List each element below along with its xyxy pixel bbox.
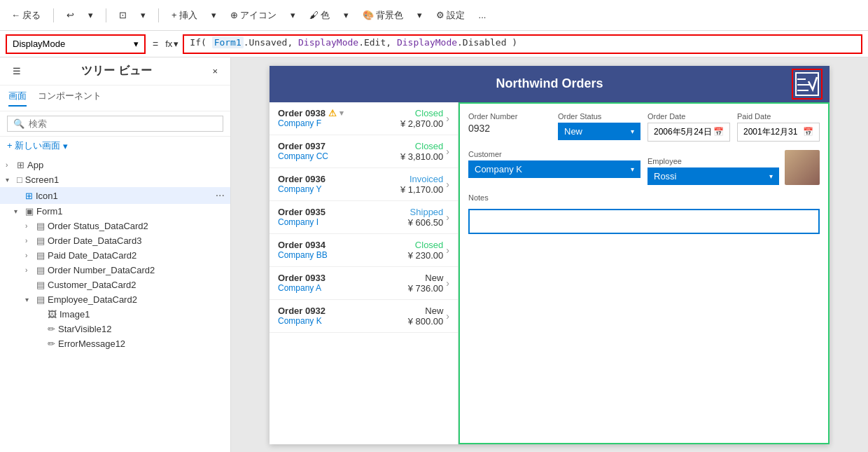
star-icon: ✏: [48, 324, 55, 334]
datacard-icon: ▤: [36, 280, 45, 290]
order-amount: ¥ 606.50: [408, 217, 444, 228]
tree-item-screen1[interactable]: ▾ □ Screen1: [0, 172, 230, 187]
tree-item-image1[interactable]: 🖼 Image1: [0, 307, 230, 322]
tree-area: › ⊞ App ▾ □ Screen1 ⊞ Icon1 ··· ▾ ▣ Form…: [0, 155, 230, 452]
tree-item-app[interactable]: › ⊞ App: [0, 158, 230, 172]
order-item-0937[interactable]: Order 0937 Company CC Closed ¥ 3,810.00 …: [270, 135, 458, 168]
tree-item-label: Form1: [36, 206, 225, 217]
separator-2: [106, 8, 106, 22]
copy-button[interactable]: ⊡: [115, 7, 131, 23]
sidebar-close-button[interactable]: ×: [208, 63, 222, 79]
order-company: Company I: [278, 217, 405, 227]
calendar-icon: 📅: [803, 127, 813, 137]
tree-item-icon1[interactable]: ⊞ Icon1 ···: [0, 187, 230, 204]
tree-item-label: Screen1: [25, 174, 225, 185]
employee-avatar: [785, 150, 820, 185]
order-item-0936[interactable]: Order 0936 Company Y Invoiced ¥ 1,170.00…: [270, 168, 458, 201]
search-icon: 🔍: [13, 118, 24, 129]
order-item-0938[interactable]: Order 0938 ⚠ ▾ Company F Closed ¥ 2,870.…: [270, 102, 458, 135]
header-icon-button[interactable]: [792, 69, 822, 100]
app-body: Order 0938 ⚠ ▾ Company F Closed ¥ 2,870.…: [270, 102, 830, 444]
order-status-select[interactable]: New ▾: [558, 123, 640, 140]
sidebar-tabs: 画面 コンポーネント: [0, 85, 230, 111]
calendar-icon: 📅: [713, 127, 724, 137]
tab-component[interactable]: コンポーネント: [38, 90, 102, 107]
tree-item-order-date[interactable]: › ▤ Order Date_DataCard3: [0, 233, 230, 248]
bg-color-button[interactable]: 🎨 背景色: [358, 6, 407, 25]
search-box: 🔍: [7, 116, 223, 132]
new-screen-button[interactable]: + 新しい画面 ▾: [0, 137, 230, 155]
tree-item-star12[interactable]: ✏ StarVisible12: [0, 322, 230, 336]
order-date-input[interactable]: 2006年5月24日 📅: [648, 123, 730, 142]
tree-item-order-status[interactable]: › ▤ Order Status_DataCard2: [0, 219, 230, 233]
tree-item-label: Paid Date_DataCard2: [48, 250, 225, 261]
app-preview: Northwind Orders: [270, 66, 830, 444]
datacard-icon: ▤: [36, 265, 45, 275]
undo-dropdown-button[interactable]: ▾: [84, 7, 97, 23]
checkmark-svg: [794, 71, 820, 97]
color-button[interactable]: 🖌 色: [305, 6, 334, 25]
select-chevron-icon: ▾: [769, 172, 773, 180]
field-order-status: Order Status New ▾: [558, 112, 640, 142]
order-amount: ¥ 800.00: [408, 316, 444, 327]
tree-item-order-number[interactable]: › ▤ Order Number_DataCard2: [0, 263, 230, 278]
field-customer: Customer Company K ▾: [468, 150, 640, 185]
bg-color-dropdown-button[interactable]: ▾: [413, 7, 426, 23]
order-item-0935[interactable]: Order 0935 Company I Shipped ¥ 606.50 ›: [270, 201, 458, 234]
color-dropdown-button[interactable]: ▾: [340, 7, 353, 23]
order-item-0934[interactable]: Order 0934 Company BB Closed ¥ 230.00 ›: [270, 234, 458, 267]
tree-item-paid-date[interactable]: › ▤ Paid Date_DataCard2: [0, 248, 230, 263]
chevron-icon: ›: [6, 161, 14, 169]
order-amount: ¥ 2,870.00: [400, 118, 443, 129]
paid-date-input[interactable]: 2001年12月31 📅: [737, 123, 820, 142]
icon-button[interactable]: ⊕ アイコン: [226, 6, 281, 25]
sidebar-header: ☰ ツリー ビュー ×: [0, 57, 230, 85]
formula-selector[interactable]: DisplayMode ▾: [6, 34, 146, 54]
back-button[interactable]: ← 戻る: [7, 6, 45, 25]
tree-item-error12[interactable]: ✏ ErrorMessage12: [0, 336, 230, 351]
employee-select[interactable]: Rossi ▾: [648, 167, 779, 185]
tree-item-form1[interactable]: ▾ ▣ Form1: [0, 204, 230, 219]
chevron-icon: ›: [25, 237, 34, 245]
order-item-0932[interactable]: Order 0932 Company K New ¥ 800.00 ›: [270, 300, 458, 333]
customer-label: Customer: [468, 150, 640, 158]
tree-item-customer[interactable]: ▤ Customer_DataCard2: [0, 278, 230, 292]
formula-input[interactable]: If( Form1.Unsaved, DisplayMode.Edit, Dis…: [183, 34, 862, 54]
formula-fx-button[interactable]: fx ▾: [165, 39, 178, 49]
insert-button[interactable]: + 挿入: [167, 6, 202, 25]
tree-item-employee[interactable]: ▾ ▤ Employee_DataCard2: [0, 292, 230, 307]
datacard-icon: ▤: [36, 221, 45, 231]
tab-screen[interactable]: 画面: [8, 90, 27, 107]
order-status: Closed: [415, 141, 443, 151]
image-icon: 🖼: [48, 309, 57, 320]
orders-list: Order 0938 ⚠ ▾ Company F Closed ¥ 2,870.…: [270, 102, 458, 444]
separator-1: [53, 8, 54, 22]
order-item-0933[interactable]: Order 0933 Company A New ¥ 736.00 ›: [270, 267, 458, 300]
customer-select[interactable]: Company K ▾: [468, 160, 640, 178]
tree-item-label: ErrorMessage12: [58, 338, 225, 349]
tree-item-label: App: [27, 160, 225, 170]
sidebar-menu-button[interactable]: ☰: [8, 63, 25, 79]
search-input[interactable]: [29, 118, 217, 129]
order-company: Company BB: [278, 250, 405, 260]
order-status: New: [425, 273, 443, 283]
more-button[interactable]: ...: [475, 7, 491, 23]
notes-label: Notes: [468, 193, 820, 202]
settings-button[interactable]: ⚙ 設定: [432, 6, 469, 25]
copy-dropdown-button[interactable]: ▾: [136, 7, 150, 23]
order-chevron-icon: ›: [446, 278, 449, 289]
notes-input[interactable]: [468, 209, 820, 234]
sidebar: ☰ ツリー ビュー × 画面 コンポーネント 🔍 + 新しい画面 ▾ › ⊞ A…: [0, 57, 231, 452]
select-chevron-icon: ▾: [631, 128, 634, 135]
order-amount: ¥ 230.00: [408, 250, 444, 261]
order-status: New: [425, 306, 443, 316]
separator-3: [158, 8, 159, 22]
field-order-date: Order Date 2006年5月24日 📅: [648, 112, 730, 142]
undo-button[interactable]: ↩: [62, 7, 78, 23]
insert-dropdown-button[interactable]: ▾: [207, 7, 220, 23]
detail-row-2: Customer Company K ▾ Employee Rossi: [468, 150, 820, 185]
field-order-number: Order Number 0932: [468, 112, 551, 142]
icon-dropdown-button[interactable]: ▾: [286, 7, 300, 23]
more-options-icon[interactable]: ···: [216, 189, 225, 202]
datacard-icon: ▤: [36, 294, 45, 305]
